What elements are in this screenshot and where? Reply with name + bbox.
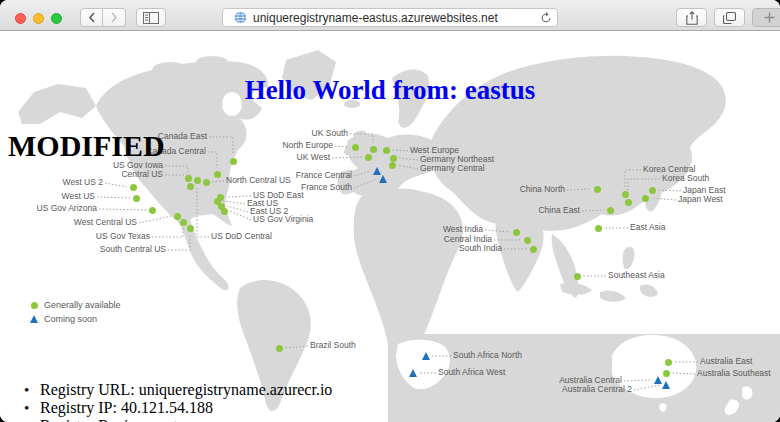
leader-line-west-central-us [139, 216, 171, 223]
registry-ip: Registry IP: 40.121.54.188 [40, 399, 213, 417]
legend-generally-available: Generally available [31, 298, 121, 312]
leader-line-west-europe [392, 150, 408, 151]
list-item: •Registry IP: 40.121.54.188 [24, 399, 332, 417]
leader-line-china-east [582, 210, 604, 211]
bullet-icon: • [24, 382, 40, 399]
leader-line-australia-central-2 [634, 385, 660, 390]
registry-url: Registry URL: uniqueregistryname.azurecr… [40, 381, 332, 399]
leader-line-central-us [165, 175, 190, 180]
leader-line-east-us [223, 201, 245, 204]
generally-available-dot-icon [31, 302, 38, 309]
leader-line-uk-west [332, 157, 362, 158]
leader-line-japan-west [651, 198, 676, 200]
leader-line-australia-southeast [672, 373, 695, 374]
leader-line-us-dod-east [226, 196, 251, 197]
map-legend: Generally available Coming soon [31, 298, 121, 326]
leader-line-korea-south [628, 179, 660, 196]
bullet-icon: • [24, 418, 40, 422]
leader-line-north-europe [335, 146, 349, 147]
leader-line-canada-central [208, 152, 217, 168]
leader-line-japan-east [658, 190, 681, 191]
bullet-icon: • [24, 400, 40, 417]
modified-heading: MODIFIED [8, 129, 165, 163]
leader-line-west-us-2 [105, 183, 127, 187]
leader-lines [0, 0, 780, 422]
list-item: •Registry Region: eastus [24, 417, 332, 422]
leader-line-us-gov-arizona [99, 209, 146, 210]
leader-line-china-north [567, 189, 591, 190]
registry-region: Registry Region: eastus [40, 417, 192, 422]
leader-line-east-us-2 [227, 206, 248, 212]
page-title: Hello World from: eastus [0, 75, 780, 106]
leader-line-germany-northeast [399, 158, 418, 160]
legend-coming-soon: Coming soon [31, 312, 121, 326]
leader-line-brazil-south [285, 346, 308, 348]
leader-line-north-central-us [212, 181, 224, 182]
leader-line-us-gov-texas [152, 228, 183, 237]
leader-line-us-gov-iowa [165, 166, 188, 172]
registry-info-list: •Registry URL: uniqueregistryname.azurec… [24, 381, 332, 422]
browser-window: uniqueregistryname-eastus.azurewebsites.… [0, 0, 780, 422]
leader-line-uk-south [350, 134, 373, 143]
leader-line-germany-central [398, 165, 418, 169]
leader-line-france-south [354, 179, 377, 188]
leader-line-australia-central [624, 380, 652, 381]
leader-line-west-india [485, 230, 510, 232]
coming-soon-triangle-icon [30, 315, 38, 323]
leader-line-west-us [97, 197, 130, 198]
leader-line-south-central-us [168, 234, 190, 250]
leader-line-france-central [354, 171, 371, 176]
list-item: •Registry URL: uniqueregistryname.azurec… [24, 381, 332, 399]
leader-line-us-dod-central [197, 186, 209, 237]
